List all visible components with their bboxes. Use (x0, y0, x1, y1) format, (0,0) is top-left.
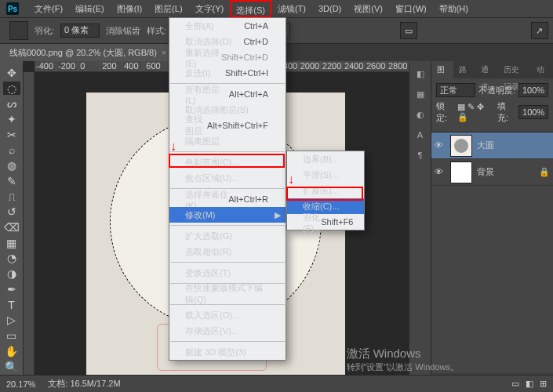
visibility-icon[interactable]: 👁 (435, 140, 446, 151)
move-tool-icon[interactable]: ✥ (3, 66, 20, 80)
char-panel-icon[interactable]: A (414, 129, 427, 141)
menu-item[interactable]: 载入选区(O)... (169, 307, 286, 323)
menu-item[interactable]: 图层(L) (148, 0, 188, 17)
brush-tool-icon[interactable]: ✎ (3, 174, 20, 188)
panel-tab[interactable]: 图层 (431, 61, 453, 78)
blur-tool-icon[interactable]: ◔ (3, 252, 20, 266)
right-dock: ◧ ▦ ◐ A ¶ (409, 61, 431, 392)
panel-tabs: 图层路径通道历史记录动作 (431, 61, 553, 78)
status-bar: 20.17% 文档: 16.5M/17.2M ▭ ◧ ⊞ (0, 375, 553, 392)
opacity-input[interactable]: 100% (518, 83, 548, 97)
menu-item[interactable]: 滤镜(T) (271, 0, 312, 17)
type-tool-icon[interactable]: T (3, 298, 20, 312)
menu-item[interactable]: 修改(M)▶ (169, 207, 286, 223)
wand-tool-icon[interactable]: ✦ (3, 112, 20, 126)
ruler-vertical (24, 72, 35, 392)
fill-input[interactable]: 100% (518, 105, 548, 119)
layer-row[interactable]: 👁 背景 🔒 (431, 159, 553, 186)
layers-list: 👁 大圆 👁 背景 🔒 (431, 132, 553, 373)
menu-item[interactable]: 羽化(F)...Shift+F6 (287, 214, 364, 230)
menu-item[interactable]: 隔离图层 (169, 133, 286, 149)
menu-item[interactable]: 文字(Y) (189, 0, 231, 17)
swatch-panel-icon[interactable]: ▦ (414, 88, 427, 100)
stamp-tool-icon[interactable]: ⎍ (3, 190, 20, 204)
feather-label: 羽化: (35, 25, 54, 37)
panels: 图层路径通道历史记录动作 正常 不透明度: 100% 锁定: ▦ ✎ ✥ 🔒 填… (431, 61, 553, 392)
panel-tab[interactable]: 历史记录 (498, 61, 531, 78)
opacity-label: 不透明度: (478, 85, 515, 96)
annotation-box (169, 154, 285, 168)
layer-row[interactable]: 👁 大圆 (431, 132, 553, 159)
heal-tool-icon[interactable]: ◍ (3, 158, 20, 172)
panel-tab[interactable]: 通道 (475, 61, 497, 78)
antialias-checkbox[interactable]: 消除锯齿 (106, 25, 140, 37)
color-panel-icon[interactable]: ◧ (414, 67, 427, 80)
menubar: Ps 文件(F)编辑(E)图像(I)图层(L)文字(Y)选择(S)滤镜(T)3D… (0, 0, 553, 17)
menu-item[interactable]: 视图(V) (347, 0, 389, 17)
layer-thumb (450, 162, 472, 183)
menu-item[interactable]: 文件(F) (28, 0, 69, 17)
menu-item: 重新选择(E)Shift+Ctrl+D (169, 49, 286, 65)
share-icon[interactable]: ↗ (531, 22, 548, 39)
menu-item[interactable]: 查找图层Alt+Shift+Ctrl+F (169, 118, 286, 133)
menu-item[interactable]: 帮助(H) (433, 0, 475, 17)
menu-item[interactable]: 平滑(S)... (287, 167, 364, 183)
close-icon[interactable]: × (162, 44, 166, 61)
feather-input[interactable]: 0 像素 (60, 24, 100, 38)
shape-tool-icon[interactable]: ▭ (3, 328, 20, 343)
hand-tool-icon[interactable]: ✋ (3, 344, 20, 358)
eyedropper-tool-icon[interactable]: ⌕ (3, 143, 20, 158)
status-icon[interactable]: ◧ (526, 379, 533, 389)
toolbox: ✥ ◌ ᔕ ✦ ✂ ⌕ ◍ ✎ ⎍ ↺ ⌫ ▦ ◔ ◑ ✒ T ▷ ▭ ✋ 🔍 (0, 61, 24, 392)
status-icon[interactable]: ⊞ (540, 379, 547, 389)
crop-tool-icon[interactable]: ✂ (3, 128, 20, 142)
menu-item[interactable]: 焦点区域(U)... (169, 170, 286, 186)
panel-tab[interactable]: 动作 (531, 61, 553, 78)
lock-icons[interactable]: ▦ ✎ ✥ 🔒 (457, 102, 494, 122)
menu-item[interactable]: 边界(B)... (287, 151, 364, 167)
zoom-level[interactable]: 20.17% (6, 379, 35, 389)
menu-item[interactable]: 存储选区(V)... (169, 323, 286, 339)
layer-thumb (450, 135, 472, 157)
zoom-tool-icon[interactable]: 🔍 (3, 360, 20, 374)
menu-item[interactable]: 新建 3D 模型(3) (169, 344, 286, 360)
visibility-icon[interactable]: 👁 (435, 167, 446, 178)
path-tool-icon[interactable]: ▷ (3, 314, 20, 328)
doc-info[interactable]: 文档: 16.5M/17.2M (48, 378, 120, 390)
select-menu-dropdown: 全部(A)Ctrl+A取消选择(D)Ctrl+D重新选择(E)Shift+Ctr… (169, 17, 286, 361)
menu-item[interactable]: 收缩(C)... (287, 198, 364, 214)
menu-item[interactable]: 全部(A)Ctrl+A (169, 18, 286, 34)
fill-label: 填充: (497, 100, 515, 124)
eraser-tool-icon[interactable]: ⌫ (3, 220, 20, 234)
history-brush-icon[interactable]: ↺ (3, 205, 20, 219)
menu-item[interactable]: 变换选区(T) (169, 265, 286, 281)
layer-name[interactable]: 背景 (477, 166, 494, 178)
menu-item[interactable]: 选择并遮住(K)...Alt+Ctrl+R (169, 191, 286, 207)
layer-name[interactable]: 大圆 (477, 140, 494, 151)
marquee-tool-icon[interactable]: ◌ (3, 82, 20, 96)
doc-tab[interactable]: 线稿0000.png @ 20.2% (大圆, RGB/8) × (0, 44, 176, 61)
status-icon[interactable]: ▭ (511, 379, 519, 389)
menu-item[interactable]: 3D(D) (312, 0, 347, 17)
menu-item[interactable]: 窗口(W) (389, 0, 433, 17)
menu-item[interactable]: 反选(I)Shift+Ctrl+I (169, 65, 286, 81)
para-panel-icon[interactable]: ¶ (414, 149, 427, 162)
annotation-arrow-icon: ↓ (288, 172, 294, 187)
panel-tab[interactable]: 路径 (453, 61, 475, 78)
menu-item[interactable]: 选取相似(R) (169, 244, 286, 260)
tool-preset-icon[interactable] (9, 21, 28, 40)
gradient-tool-icon[interactable]: ▦ (3, 236, 20, 250)
lasso-tool-icon[interactable]: ᔕ (3, 96, 20, 111)
pen-tool-icon[interactable]: ✒ (3, 282, 20, 296)
blend-mode-select[interactable]: 正常 (436, 83, 475, 97)
menu-item[interactable]: 编辑(E) (69, 0, 111, 17)
menu-item[interactable]: 选择(S) (230, 0, 271, 17)
menu-item[interactable]: 扩大选取(G) (169, 228, 286, 244)
workspace-icon[interactable]: ▭ (400, 22, 417, 39)
dodge-tool-icon[interactable]: ◑ (3, 267, 20, 281)
menu-item[interactable]: 图像(I) (111, 0, 148, 17)
adjust-panel-icon[interactable]: ◐ (414, 108, 427, 121)
ps-logo: Ps (6, 2, 19, 15)
menu-item[interactable]: 所有图层(L)Alt+Ctrl+A (169, 86, 286, 102)
menu-item[interactable]: 在快速蒙版模式下编辑(Q) (169, 286, 286, 302)
